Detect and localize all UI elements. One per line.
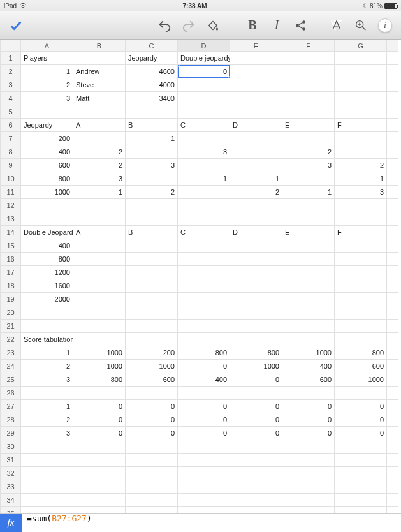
cell-G28[interactable]: 0 (335, 413, 387, 427)
row-header[interactable]: 25 (1, 373, 21, 387)
row-header[interactable]: 32 (1, 467, 21, 480)
cell-A29[interactable]: 3 (21, 427, 73, 440)
cell-D13[interactable] (178, 212, 230, 226)
cell-D10[interactable]: 1 (178, 172, 230, 186)
cell-A20[interactable] (21, 306, 73, 320)
cell-F5[interactable] (282, 105, 335, 119)
cell-A30[interactable] (21, 440, 73, 454)
cell-G4[interactable] (335, 92, 387, 105)
cell-G33[interactable] (335, 480, 387, 494)
row-header[interactable]: 26 (1, 387, 21, 400)
row-header[interactable]: 17 (1, 266, 21, 279)
cell-C9[interactable]: 3 (126, 159, 178, 172)
cell-B19[interactable] (73, 293, 126, 306)
cell-F22[interactable] (282, 333, 335, 346)
cell-F11[interactable]: 1 (282, 186, 335, 199)
cell-A23[interactable]: 1 (21, 346, 73, 360)
row-header[interactable]: 3 (1, 78, 21, 92)
row-header[interactable]: 11 (1, 186, 21, 199)
cell-A18[interactable]: 1600 (21, 279, 73, 293)
row-header[interactable]: 24 (1, 360, 21, 373)
cell-B12[interactable] (73, 199, 126, 212)
row-header[interactable]: 13 (1, 212, 21, 226)
cell-F13[interactable] (282, 212, 335, 226)
cell-D35[interactable] (178, 507, 230, 514)
row-header[interactable]: 34 (1, 494, 21, 507)
cell-A34[interactable] (21, 494, 73, 507)
cell-B28[interactable]: 0 (73, 413, 126, 427)
cell-B6[interactable]: A (73, 119, 126, 132)
cell-F30[interactable] (282, 440, 335, 454)
cell-E29[interactable]: 0 (230, 427, 282, 440)
row-header[interactable]: 8 (1, 145, 21, 159)
cell-E23[interactable]: 800 (230, 346, 282, 360)
cell-B1[interactable] (73, 52, 126, 65)
cell-A32[interactable] (21, 467, 73, 480)
cell-C7[interactable]: 1 (126, 132, 178, 145)
cell-F15[interactable] (282, 239, 335, 253)
cell-C32[interactable] (126, 467, 178, 480)
row-header[interactable]: 10 (1, 172, 21, 186)
col-header-F[interactable]: F (282, 40, 335, 52)
cell-G26[interactable] (335, 387, 387, 400)
cell-B22[interactable] (73, 333, 126, 346)
cell-G18[interactable] (335, 279, 387, 293)
cell-D31[interactable] (178, 454, 230, 467)
cell-E13[interactable] (230, 212, 282, 226)
cell-E25[interactable]: 0 (230, 373, 282, 387)
cell-A7[interactable]: 200 (21, 132, 73, 145)
cell-B23[interactable]: 1000 (73, 346, 126, 360)
cell-E10[interactable]: 1 (230, 172, 282, 186)
selection-handle-br[interactable] (228, 76, 230, 78)
cell-G5[interactable] (335, 105, 387, 119)
cell-E26[interactable] (230, 387, 282, 400)
cell-B17[interactable] (73, 266, 126, 279)
cell-F9[interactable]: 3 (282, 159, 335, 172)
cell-D14[interactable]: C (178, 226, 230, 239)
cell-E14[interactable]: D (230, 226, 282, 239)
formula-input[interactable]: =sum(B27:G27) (22, 514, 401, 532)
cell-B31[interactable] (73, 454, 126, 467)
cell-G1[interactable] (335, 52, 387, 65)
paint-format-button[interactable] (202, 15, 224, 36)
cell-G16[interactable] (335, 253, 387, 266)
cell-C2[interactable]: 4600 (126, 65, 178, 78)
cell-G35[interactable] (335, 507, 387, 514)
cell-F21[interactable] (282, 320, 335, 333)
cell-B8[interactable]: 2 (73, 145, 126, 159)
row-header[interactable]: 12 (1, 199, 21, 212)
cell-C20[interactable] (126, 306, 178, 320)
row-header[interactable]: 7 (1, 132, 21, 145)
cell-A12[interactable] (21, 199, 73, 212)
cell-E9[interactable] (230, 159, 282, 172)
cell-A35[interactable] (21, 507, 73, 514)
share-button[interactable] (290, 15, 312, 36)
cell-F2[interactable] (282, 65, 335, 78)
cell-E24[interactable]: 1000 (230, 360, 282, 373)
cell-B15[interactable] (73, 239, 126, 253)
spreadsheet-area[interactable]: ABCDEFG 1PlayersJeopardyDouble jeopardy2… (0, 40, 401, 513)
cell-A5[interactable] (21, 105, 73, 119)
cell-C29[interactable]: 0 (126, 427, 178, 440)
cell-C3[interactable]: 4000 (126, 78, 178, 92)
cell-C13[interactable] (126, 212, 178, 226)
cell-F10[interactable] (282, 172, 335, 186)
cell-A19[interactable]: 2000 (21, 293, 73, 306)
cell-C15[interactable] (126, 239, 178, 253)
cell-C22[interactable] (126, 333, 178, 346)
cell-A27[interactable]: 1 (21, 400, 73, 413)
cell-D17[interactable] (178, 266, 230, 279)
cell-C14[interactable]: B (126, 226, 178, 239)
cell-F16[interactable] (282, 253, 335, 266)
cell-B27[interactable]: 0 (73, 400, 126, 413)
row-header[interactable]: 30 (1, 440, 21, 454)
cell-A13[interactable] (21, 212, 73, 226)
cell-D27[interactable]: 0 (178, 400, 230, 413)
cell-B16[interactable] (73, 253, 126, 266)
row-header[interactable]: 9 (1, 159, 21, 172)
cell-G25[interactable]: 1000 (335, 373, 387, 387)
info-button[interactable]: i (374, 15, 396, 36)
cell-B35[interactable] (73, 507, 126, 514)
cell-D26[interactable] (178, 387, 230, 400)
cell-E32[interactable] (230, 467, 282, 480)
